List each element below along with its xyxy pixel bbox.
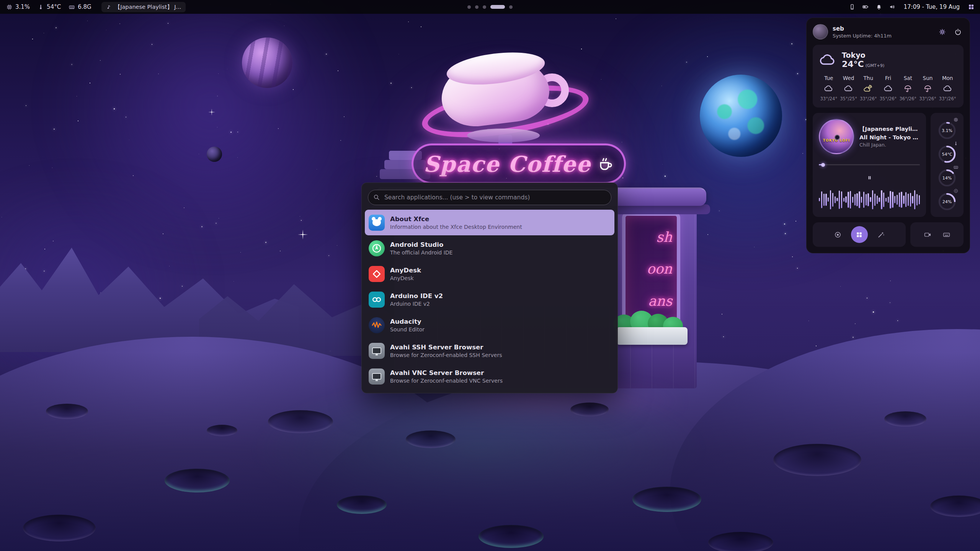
power-icon [954, 28, 962, 36]
memory-icon [69, 4, 75, 10]
pause-button[interactable] [862, 172, 877, 183]
crater [773, 444, 861, 476]
workspace-dot[interactable] [509, 5, 513, 9]
star-sparkle [298, 230, 308, 240]
uptime-label: System Uptime: 4h11m [833, 33, 932, 39]
app-name: Avahi SSH Server Browser [390, 344, 502, 351]
forecast-day: Fri 35°/26° [878, 75, 898, 101]
temperature-indicator: 54°C [38, 3, 61, 10]
pause-icon [866, 174, 873, 181]
app-desc: Information about the Xfce Desktop Envir… [390, 224, 522, 230]
screencast-button[interactable] [924, 231, 932, 239]
planter [616, 327, 688, 345]
app-grid-icon[interactable] [968, 3, 975, 10]
crater [884, 411, 926, 427]
seek-slider[interactable] [819, 163, 920, 167]
seek-thumb[interactable] [821, 163, 825, 167]
launcher-item[interactable]: Avahi SSH Server Browser Browse for Zero… [365, 338, 614, 364]
weather-card: Tokyo 24°C(GMT+9) Tue 33°/24° Wed 35°/25… [813, 45, 964, 108]
now-playing-title: 【Japanese Playlist】 J... [115, 3, 181, 11]
window-neon-text: sh [656, 229, 672, 245]
wand-icon [877, 231, 885, 239]
audacity-app-icon [369, 317, 385, 333]
crater [46, 404, 88, 419]
temperature-value: 54°C [47, 3, 61, 10]
phone-link-icon[interactable] [849, 3, 856, 10]
forecast-day: Wed 35°/25° [839, 75, 859, 101]
screen-record-button[interactable] [834, 231, 842, 239]
system-stats-card: 3.1% 54°C 14% 24% [931, 113, 964, 217]
now-playing-pill[interactable]: 【Japanese Playlist】 J... [101, 2, 186, 12]
settings-button[interactable] [937, 26, 948, 37]
battery-icon[interactable] [862, 3, 869, 10]
thermometer-icon [38, 4, 44, 10]
workspace-dot[interactable] [475, 5, 479, 9]
temperature-gauge: 54°C [936, 141, 958, 165]
app-name: Audacity [390, 318, 425, 325]
clock[interactable]: 17:09 - Tue, 19 Aug [904, 3, 960, 10]
coffee-cup-icon [597, 155, 614, 172]
cloud-icon [819, 51, 836, 69]
volume-icon[interactable] [889, 3, 896, 10]
forecast-day: Tue 33°/24° [819, 75, 839, 101]
workspace-switcher [467, 0, 513, 14]
launcher-item[interactable]: AnyDesk AnyDesk [365, 261, 614, 287]
apps-button[interactable] [851, 226, 868, 243]
memory-value: 6.8G [78, 3, 91, 10]
username: seb [833, 25, 932, 32]
search-icon [373, 194, 380, 201]
cloud-icon [943, 84, 952, 93]
workspace-active-pill[interactable] [490, 5, 505, 9]
launcher-item[interactable]: Arduino IDE v2 Arduino IDE v2 [365, 287, 614, 312]
top-bar: 3.1% 54°C 6.8G 【Japanese Playlist】 J... [0, 0, 980, 14]
small-moon [207, 147, 222, 162]
launcher-item[interactable]: Audacity Sound Editor [365, 312, 614, 338]
track-subtitle: Chill Japan. [859, 142, 920, 148]
app-name: Android Studio [390, 241, 452, 248]
nebula [23, 0, 398, 245]
color-wand-button[interactable] [877, 231, 885, 239]
launcher-item[interactable]: Android Studio The official Android IDE [365, 235, 614, 261]
android-studio-app-icon [369, 240, 385, 256]
memory-gauge: 14% [936, 165, 958, 189]
forecast-row: Tue 33°/24° Wed 35°/25° Thu 33°/26° Fri [819, 75, 957, 101]
forecast-day: Mon 33°/26° [938, 75, 957, 101]
forecast-day: Sun 33°/26° [918, 75, 938, 101]
crater [708, 532, 773, 551]
cloud-icon [884, 84, 893, 93]
track-title-line2: All Night - Tokyo LoFi Chill... [859, 134, 920, 140]
earth-planet [700, 75, 782, 157]
music-note-icon [106, 4, 112, 10]
crater [23, 515, 96, 541]
disk-gauge: 24% [936, 189, 958, 212]
workspace-dot[interactable] [467, 5, 471, 9]
moon-ground [670, 329, 980, 551]
app-name: AnyDesk [390, 267, 421, 274]
crater [165, 469, 230, 492]
xfce-app-icon [369, 215, 385, 231]
launcher-item[interactable]: Avahi VNC Server Browser Browse for Zero… [365, 364, 614, 389]
app-desc: Browse for Zeroconf-enabled VNC Servers [390, 378, 503, 384]
weather-timezone: (GMT+9) [866, 63, 885, 68]
track-title-line1: 【Japanese Playlist】 Japan [859, 126, 920, 133]
avatar[interactable] [813, 24, 828, 39]
crater [406, 430, 456, 448]
app-desc: Browse for Zeroconf-enabled SSH Servers [390, 352, 502, 358]
app-list: About Xfce Information about the Xfce De… [362, 210, 617, 389]
keyboard-button[interactable] [942, 231, 951, 239]
desktop: sh oon ans Space Coffee 3. [0, 0, 980, 551]
cloud-icon [844, 84, 853, 93]
crater [268, 410, 333, 433]
launcher-item[interactable]: About Xfce Information about the Xfce De… [365, 210, 614, 235]
power-button[interactable] [952, 26, 964, 37]
app-name: Avahi VNC Server Browser [390, 369, 503, 377]
album-art[interactable]: TOKYO LOFI [819, 119, 854, 154]
workspace-dot[interactable] [483, 5, 486, 9]
window-neon-text: oon [647, 261, 672, 277]
control-panel: seb System Uptime: 4h11m Tokyo 24°C(GMT+… [806, 18, 970, 253]
crater [337, 496, 387, 514]
neon-sign-text: Space Coffee [423, 151, 591, 177]
app-desc: Sound Editor [390, 326, 425, 333]
notifications-bell-icon[interactable] [875, 3, 882, 10]
search-input[interactable] [368, 190, 611, 205]
